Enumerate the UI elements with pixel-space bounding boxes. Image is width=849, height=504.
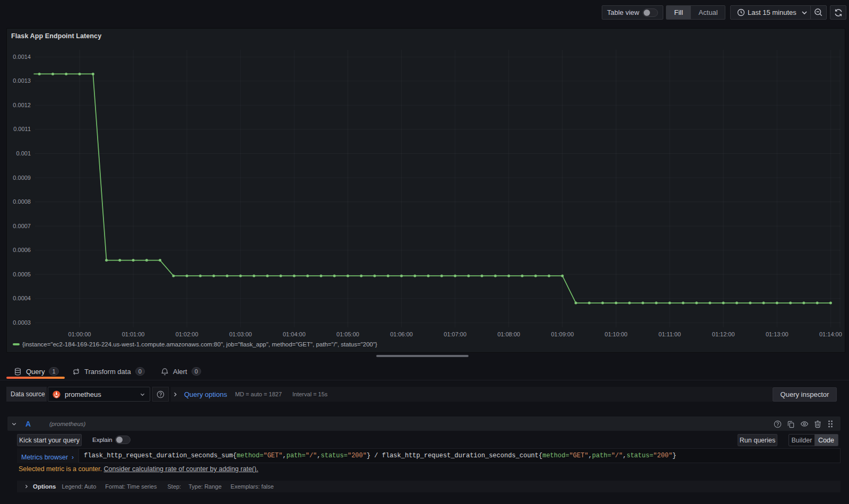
svg-text:01:11:00: 01:11:00: [659, 331, 681, 337]
svg-text:0.0004: 0.0004: [13, 295, 31, 301]
svg-text:01:14:00: 01:14:00: [819, 331, 842, 337]
svg-text:0.0009: 0.0009: [13, 175, 31, 181]
svg-text:0.0005: 0.0005: [13, 271, 31, 277]
svg-text:01:12:00: 01:12:00: [712, 331, 735, 337]
svg-text:0.0014: 0.0014: [13, 54, 31, 60]
svg-text:01:03:00: 01:03:00: [229, 331, 252, 337]
svg-text:0.0007: 0.0007: [13, 223, 31, 229]
svg-text:01:07:00: 01:07:00: [444, 331, 466, 337]
svg-text:0.0003: 0.0003: [13, 319, 31, 326]
svg-text:01:04:00: 01:04:00: [283, 331, 306, 337]
svg-text:0.0008: 0.0008: [13, 198, 31, 205]
svg-text:0.0011: 0.0011: [13, 126, 31, 132]
svg-text:01:09:00: 01:09:00: [551, 331, 574, 337]
svg-text:01:06:00: 01:06:00: [390, 331, 413, 337]
svg-text:01:08:00: 01:08:00: [497, 331, 520, 337]
svg-text:0.0012: 0.0012: [13, 102, 31, 108]
svg-text:01:05:00: 01:05:00: [336, 331, 359, 337]
svg-text:01:10:00: 01:10:00: [605, 331, 628, 337]
svg-text:01:01:00: 01:01:00: [122, 331, 145, 337]
svg-text:01:02:00: 01:02:00: [176, 331, 198, 337]
svg-text:0.001: 0.001: [16, 150, 31, 157]
svg-text:01:00:00: 01:00:00: [68, 331, 91, 337]
svg-text:01:13:00: 01:13:00: [766, 331, 789, 337]
svg-text:0.0006: 0.0006: [13, 247, 31, 253]
svg-text:0.0013: 0.0013: [13, 77, 31, 84]
